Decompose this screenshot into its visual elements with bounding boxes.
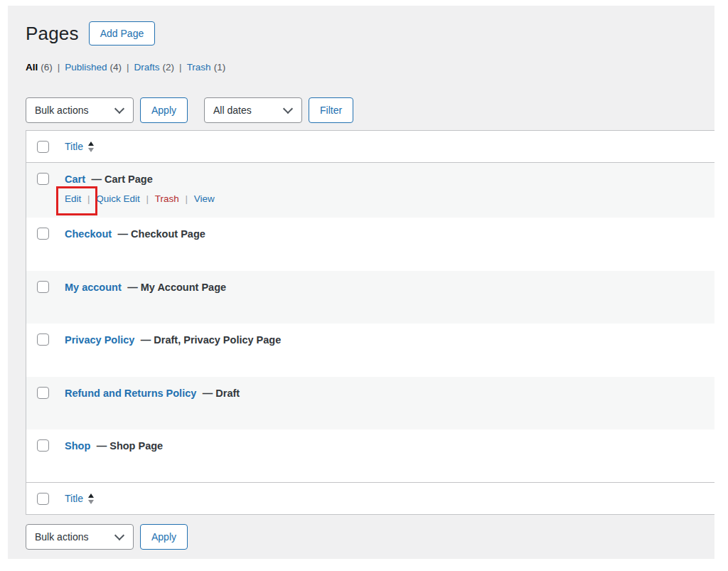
- trash-link[interactable]: Trash: [155, 193, 179, 204]
- row-checkbox-cell: [26, 387, 65, 429]
- chevron-down-icon: [114, 530, 124, 540]
- add-page-button[interactable]: Add Page: [89, 21, 156, 46]
- page-title-link[interactable]: Cart: [65, 174, 85, 185]
- post-state: — Draft: [203, 388, 240, 399]
- row-checkbox-cell: [26, 173, 65, 218]
- pages-admin-panel: Pages Add Page All (6) | Published (4) |…: [8, 6, 714, 559]
- action-separator: |: [146, 193, 149, 204]
- row-title-cell: Shop — Shop Page: [65, 439, 163, 482]
- select-all-checkbox[interactable]: [37, 141, 49, 153]
- row-title-cell: Checkout — Checkout Page: [65, 228, 205, 271]
- pages-list-table: Title Cart — Cart Page Edit |: [26, 130, 714, 515]
- table-row: Refund and Returns Policy — Draft: [26, 377, 714, 429]
- apply-button[interactable]: Apply: [140, 97, 188, 123]
- row-checkbox[interactable]: [37, 173, 49, 185]
- row-checkbox-cell: [26, 281, 65, 324]
- row-checkbox-cell: [26, 439, 65, 482]
- page-title-link[interactable]: Shop: [65, 440, 90, 452]
- title-column-sort-link[interactable]: Title: [65, 141, 94, 152]
- row-checkbox[interactable]: [37, 333, 49, 346]
- bulk-actions-select[interactable]: Bulk actions: [26, 97, 134, 123]
- view-link[interactable]: View: [194, 193, 215, 204]
- page-title: Pages: [26, 21, 79, 46]
- table-row: Privacy Policy — Draft, Privacy Policy P…: [26, 324, 714, 377]
- select-all-checkbox[interactable]: [37, 493, 49, 505]
- sort-desc-icon: [88, 148, 94, 152]
- row-title-cell: Cart — Cart Page Edit | Quick Edit | Tra…: [65, 173, 215, 218]
- top-toolbar: Bulk actions Apply All dates Filter: [26, 97, 714, 123]
- post-state: — My Account Page: [127, 282, 226, 293]
- row-checkbox-cell: [26, 228, 65, 271]
- view-published-link[interactable]: Published: [65, 62, 107, 73]
- title-column-label: Title: [65, 141, 83, 152]
- row-actions: Edit | Quick Edit | Trash | View: [65, 193, 215, 204]
- chevron-down-icon: [283, 104, 293, 114]
- row-title-cell: My account — My Account Page: [65, 281, 226, 324]
- page-title-link[interactable]: My account: [65, 282, 122, 293]
- table-row: Cart — Cart Page Edit | Quick Edit | Tra…: [26, 163, 714, 218]
- dates-filter-value: All dates: [213, 105, 252, 116]
- bottom-toolbar: Bulk actions Apply: [26, 524, 714, 550]
- sort-icon: [88, 142, 94, 152]
- row-title-cell: Refund and Returns Policy — Draft: [65, 387, 240, 429]
- page-title-link[interactable]: Privacy Policy: [65, 334, 134, 346]
- row-checkbox[interactable]: [37, 281, 49, 293]
- view-trash-link[interactable]: Trash: [187, 62, 211, 73]
- sort-asc-icon: [88, 142, 94, 146]
- row-checkbox-cell: [26, 333, 65, 377]
- view-separator: |: [179, 62, 182, 73]
- table-header-row: Title: [26, 131, 714, 163]
- row-title-line: Cart — Cart Page: [65, 173, 215, 186]
- view-separator: |: [127, 62, 129, 73]
- row-title-cell: Privacy Policy — Draft, Privacy Policy P…: [65, 333, 281, 377]
- header-checkbox-cell: [26, 141, 65, 153]
- view-trash-count: (1): [214, 62, 226, 73]
- action-separator: |: [185, 193, 188, 204]
- title-column-label: Title: [65, 493, 83, 504]
- table-row: Checkout — Checkout Page: [26, 218, 714, 271]
- view-filter-links: All (6) | Published (4) | Drafts (2) | T…: [26, 61, 714, 73]
- chevron-down-icon: [114, 104, 124, 114]
- table-footer-row: Title: [26, 482, 714, 514]
- action-separator: |: [87, 193, 90, 204]
- page-header: Pages Add Page: [26, 21, 714, 46]
- filter-button[interactable]: Filter: [309, 97, 353, 123]
- row-checkbox[interactable]: [37, 439, 49, 452]
- post-state: — Draft, Privacy Policy Page: [141, 334, 281, 346]
- post-state: — Shop Page: [97, 440, 163, 452]
- apply-button-bottom[interactable]: Apply: [140, 524, 188, 550]
- row-checkbox[interactable]: [37, 387, 49, 399]
- sort-asc-icon: [88, 493, 94, 498]
- title-column-sort-link[interactable]: Title: [65, 493, 94, 504]
- quick-edit-link[interactable]: Quick Edit: [96, 193, 140, 204]
- row-checkbox[interactable]: [37, 228, 49, 240]
- view-drafts-link[interactable]: Drafts: [134, 62, 160, 73]
- view-separator: |: [58, 62, 60, 73]
- bulk-actions-value: Bulk actions: [35, 531, 88, 543]
- post-state: — Checkout Page: [118, 228, 205, 240]
- post-state: — Cart Page: [91, 174, 152, 185]
- bulk-actions-value: Bulk actions: [35, 105, 88, 116]
- page-title-link[interactable]: Checkout: [65, 228, 112, 240]
- view-all-link[interactable]: All: [26, 62, 38, 73]
- view-all-count: (6): [41, 62, 53, 73]
- bulk-actions-select-bottom[interactable]: Bulk actions: [26, 524, 134, 550]
- dates-filter-select[interactable]: All dates: [204, 97, 302, 123]
- page-title-link[interactable]: Refund and Returns Policy: [65, 388, 196, 399]
- sort-desc-icon: [88, 500, 94, 504]
- view-drafts-count: (2): [163, 62, 175, 73]
- footer-checkbox-cell: [26, 493, 65, 505]
- table-row: Shop — Shop Page: [26, 429, 714, 482]
- view-published-count: (4): [110, 62, 122, 73]
- edit-link[interactable]: Edit: [65, 193, 81, 204]
- table-row: My account — My Account Page: [26, 271, 714, 324]
- sort-icon: [88, 493, 94, 504]
